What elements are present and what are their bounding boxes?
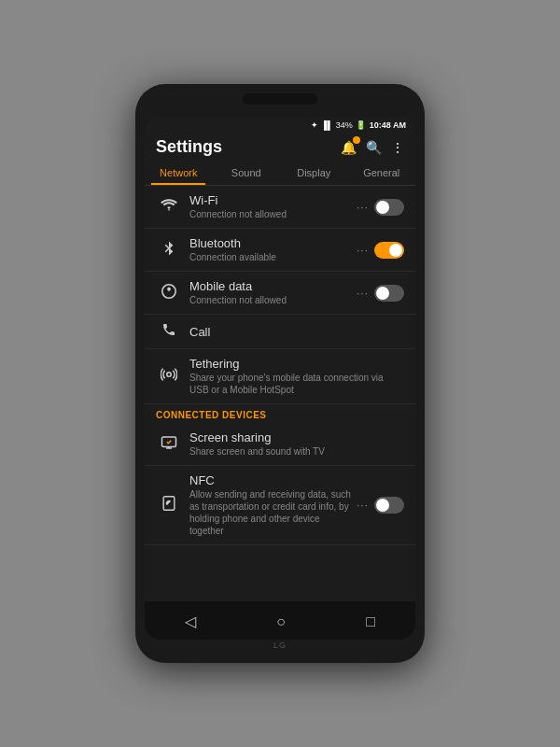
back-button[interactable]: ◁ bbox=[174, 609, 207, 634]
mobile-data-text: Mobile data Connection not allowed bbox=[182, 279, 357, 306]
mobile-data-actions: ··· bbox=[357, 285, 404, 302]
call-row[interactable]: Call bbox=[145, 315, 415, 349]
mobile-data-toggle-knob bbox=[376, 287, 389, 300]
mobile-data-subtitle: Connection not allowed bbox=[189, 294, 357, 306]
call-title: Call bbox=[189, 325, 404, 339]
nfc-text: NFC Allow sending and receiving data, su… bbox=[182, 473, 357, 537]
bluetooth-toggle-knob bbox=[389, 244, 402, 257]
screen-sharing-text: Screen sharing Share screen and sound wi… bbox=[182, 430, 404, 458]
tethering-icon bbox=[156, 366, 182, 387]
recent-button[interactable]: □ bbox=[355, 610, 386, 634]
wifi-actions: ··· bbox=[357, 199, 404, 216]
wifi-row[interactable]: Wi-Fi Connection not allowed ··· bbox=[145, 186, 415, 229]
bluetooth-subtitle: Connection available bbox=[189, 251, 357, 263]
nfc-toggle[interactable] bbox=[374, 497, 404, 514]
mobile-data-icon bbox=[156, 283, 182, 303]
bluetooth-toggle[interactable] bbox=[374, 242, 404, 259]
bluetooth-icon bbox=[156, 240, 182, 261]
nfc-subtitle: Allow sending and receiving data, such a… bbox=[189, 488, 357, 537]
home-button[interactable]: ○ bbox=[265, 610, 297, 634]
tethering-row[interactable]: Tethering Share your phone's mobile data… bbox=[145, 349, 415, 404]
mobile-data-title: Mobile data bbox=[189, 279, 357, 293]
wifi-subtitle: Connection not allowed bbox=[189, 208, 357, 220]
notification-icon[interactable]: 🔔 bbox=[341, 140, 357, 155]
screen-sharing-subtitle: Share screen and sound with TV bbox=[189, 445, 404, 458]
connected-devices-header: CONNECTED DEVICES bbox=[145, 404, 415, 423]
nfc-toggle-knob bbox=[376, 499, 389, 512]
nfc-row[interactable]: NFC Allow sending and receiving data, su… bbox=[145, 466, 415, 545]
notification-badge bbox=[353, 136, 360, 144]
page-title: Settings bbox=[156, 137, 222, 157]
screen-sharing-title: Screen sharing bbox=[189, 430, 404, 444]
tethering-title: Tethering bbox=[189, 357, 404, 371]
tab-sound[interactable]: Sound bbox=[213, 161, 281, 185]
header: Settings 🔔 🔍 ⋮ bbox=[145, 132, 415, 161]
tethering-subtitle: Share your phone's mobile data connectio… bbox=[189, 372, 404, 396]
status-icons: ✦ ▐▌ 34% 🔋 bbox=[311, 120, 366, 130]
bluetooth-more-btn[interactable]: ··· bbox=[357, 244, 369, 257]
mobile-data-row[interactable]: Mobile data Connection not allowed ··· bbox=[145, 272, 415, 315]
tab-general[interactable]: General bbox=[348, 161, 416, 185]
bluetooth-title: Bluetooth bbox=[189, 236, 357, 250]
nfc-title: NFC bbox=[189, 473, 357, 487]
screen-sharing-row[interactable]: Screen sharing Share screen and sound wi… bbox=[145, 423, 415, 466]
tabs-bar: Network Sound Display General bbox=[145, 161, 415, 186]
bottom-nav: ◁ ○ □ bbox=[145, 601, 415, 640]
screen-sharing-icon bbox=[156, 435, 182, 454]
call-icon bbox=[156, 322, 182, 341]
more-options-icon[interactable]: ⋮ bbox=[391, 140, 404, 155]
battery-text: 34% bbox=[336, 120, 353, 130]
wifi-toggle-knob bbox=[376, 201, 389, 214]
mobile-data-toggle[interactable] bbox=[374, 285, 404, 302]
svg-point-1 bbox=[167, 373, 172, 377]
tethering-text: Tethering Share your phone's mobile data… bbox=[182, 357, 404, 396]
bluetooth-status-icon: ✦ bbox=[311, 120, 318, 130]
bluetooth-actions: ··· bbox=[357, 242, 404, 259]
header-icons: 🔔 🔍 ⋮ bbox=[341, 140, 404, 155]
battery-icon: 🔋 bbox=[356, 120, 366, 130]
search-icon[interactable]: 🔍 bbox=[366, 140, 382, 155]
status-time: 10:48 AM bbox=[370, 120, 406, 130]
nfc-icon bbox=[156, 495, 182, 515]
signal-icon: ▐▌ bbox=[321, 120, 333, 130]
nfc-actions: ··· bbox=[357, 497, 404, 514]
wifi-title: Wi-Fi bbox=[189, 193, 357, 207]
tab-display[interactable]: Display bbox=[280, 161, 348, 185]
nfc-more-btn[interactable]: ··· bbox=[357, 499, 369, 512]
mobile-data-more-btn[interactable]: ··· bbox=[357, 287, 369, 300]
call-text: Call bbox=[182, 325, 404, 339]
wifi-toggle[interactable] bbox=[374, 199, 404, 216]
wifi-icon bbox=[156, 199, 182, 216]
phone-screen: ✦ ▐▌ 34% 🔋 10:48 AM Settings 🔔 🔍 ⋮ Net bbox=[145, 117, 415, 640]
wifi-text: Wi-Fi Connection not allowed bbox=[182, 193, 357, 220]
wifi-more-btn[interactable]: ··· bbox=[357, 201, 369, 214]
bluetooth-text: Bluetooth Connection available bbox=[182, 236, 357, 263]
tab-network[interactable]: Network bbox=[145, 161, 213, 185]
phone-frame: ✦ ▐▌ 34% 🔋 10:48 AM Settings 🔔 🔍 ⋮ Net bbox=[135, 84, 425, 663]
phone-notch bbox=[243, 93, 317, 105]
settings-content: Wi-Fi Connection not allowed ··· bbox=[145, 186, 415, 601]
bluetooth-row[interactable]: Bluetooth Connection available ··· bbox=[145, 229, 415, 272]
brand-logo: LG bbox=[273, 641, 287, 650]
status-bar: ✦ ▐▌ 34% 🔋 10:48 AM bbox=[145, 117, 415, 132]
